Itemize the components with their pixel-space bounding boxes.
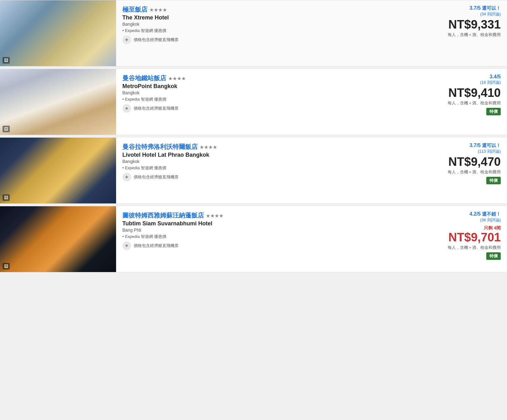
- hotel-english-name-4: Tubtim Siam Suvarnabhumi Hotel: [122, 220, 419, 227]
- price-block-4: 4.2/5還不錯！(36 則評論)只剩 4間NT$9,701每人，含機＋酒、稅金…: [419, 211, 501, 260]
- flight-info-3: ✈價格包含經濟艙直飛機票: [122, 173, 419, 181]
- rating-row-4: 4.2/5還不錯！(36 則評論): [469, 211, 501, 223]
- hotel-chinese-name-2: 曼谷地鐵站飯店: [122, 75, 166, 81]
- hotel-image-2: 🖼: [0, 69, 116, 135]
- flight-info-2: ✈價格包含經濟艙直飛機票: [122, 104, 419, 113]
- hotel-location-3: Bangkok: [122, 159, 419, 164]
- price-sub-1: 每人，含機＋酒、稅金和費用: [448, 32, 501, 38]
- rating-count-3: (113 則評論): [478, 149, 501, 154]
- image-gallery-icon[interactable]: 🖼: [3, 126, 10, 132]
- flight-icon: ✈: [122, 173, 131, 181]
- rating-score-2: 3.4/5: [489, 74, 501, 80]
- hotel-header-3: 曼谷拉特弗洛利沃特爾飯店★★★★Livotel Hotel Lat Phrao …: [122, 143, 501, 184]
- hotel-stars-3: ★★★★: [200, 144, 217, 150]
- hotel-deal-1: Expedia 智遊網 優惠價: [122, 28, 419, 34]
- price-main-4: NT$9,701: [448, 231, 501, 244]
- hotel-chinese-name-1: 極至飯店: [122, 6, 147, 13]
- hotel-image-3: 🖼: [0, 138, 116, 203]
- hotel-image-1: 🖼: [0, 0, 116, 66]
- flight-icon: ✈: [122, 241, 131, 250]
- rating-label-1: 還可以！: [482, 5, 501, 11]
- price-main-1: NT$9,331: [448, 18, 501, 31]
- hotel-deal-4: Expedia 智遊網 優惠價: [122, 234, 419, 239]
- hotel-card-2[interactable]: 🖼曼谷地鐵站飯店★★★★MetroPoint BangkokBangkokExp…: [0, 69, 507, 135]
- hotel-name-block-1: 極至飯店★★★★The Xtreme HotelBangkokExpedia 智…: [122, 5, 419, 44]
- flight-label-2: 價格包含經濟艙直飛機票: [134, 106, 179, 111]
- rating-score-3: 3.7/5: [469, 143, 481, 148]
- badge-urgent-4: 只剩 4間: [484, 225, 501, 231]
- hotel-image-4: 🖼: [0, 206, 116, 272]
- rating-score-line-2: 3.4/5: [489, 74, 501, 80]
- image-gallery-icon[interactable]: 🖼: [3, 263, 10, 270]
- hotel-stars-1: ★★★★: [149, 7, 167, 13]
- hotel-chinese-name-4: 圖彼特姆西雅姆蘇汪納蓬飯店: [122, 212, 204, 219]
- rating-score-line-3: 3.7/5還可以！: [469, 143, 501, 149]
- hotel-info-2: 曼谷地鐵站飯店★★★★MetroPoint BangkokBangkokExpe…: [116, 69, 507, 135]
- rating-count-2: (16 則評論): [480, 80, 501, 85]
- rating-row-2: 3.4/5(16 則評論): [480, 74, 501, 85]
- hotel-header-4: 圖彼特姆西雅姆蘇汪納蓬飯店★★★★Tubtim Siam Suvarnabhum…: [122, 211, 501, 260]
- hotel-name-block-3: 曼谷拉特弗洛利沃特爾飯店★★★★Livotel Hotel Lat Phrao …: [122, 143, 419, 181]
- hotel-header-2: 曼谷地鐵站飯店★★★★MetroPoint BangkokBangkokExpe…: [122, 74, 501, 115]
- price-sub-2: 每人，含機＋酒、稅金和費用: [448, 100, 501, 106]
- price-block-2: 3.4/5(16 則評論)NT$9,410每人，含機＋酒、稅金和費用特價: [419, 74, 501, 115]
- rating-count-4: (36 則評論): [480, 217, 501, 223]
- hotel-english-name-3: Livotel Hotel Lat Phrao Bangkok: [122, 152, 419, 158]
- hotel-location-4: Bang Phli: [122, 228, 419, 233]
- price-sub-4: 每人，含機＋酒、稅金和費用: [448, 245, 501, 250]
- rating-row-3: 3.7/5還可以！(113 則評論): [469, 143, 501, 154]
- hotel-stars-4: ★★★★: [206, 213, 223, 218]
- hotel-english-name-1: The Xtreme Hotel: [122, 14, 419, 21]
- rating-score-1: 3.7/5: [469, 5, 481, 11]
- rating-score-line-1: 3.7/5還可以！: [469, 5, 501, 11]
- hotel-header-1: 極至飯店★★★★The Xtreme HotelBangkokExpedia 智…: [122, 5, 501, 44]
- flight-info-4: ✈價格包含經濟艙直飛機票: [122, 241, 419, 250]
- price-block-3: 3.7/5還可以！(113 則評論)NT$9,470每人，含機＋酒、稅金和費用特…: [419, 143, 501, 184]
- hotel-deal-3: Expedia 智遊網 優惠價: [122, 165, 419, 171]
- flight-info-1: ✈價格包含經濟艙直飛機票: [122, 35, 419, 44]
- price-main-2: NT$9,410: [448, 87, 501, 100]
- hotel-stars-2: ★★★★: [168, 76, 186, 81]
- flight-label-4: 價格包含經濟艙直飛機票: [134, 243, 179, 249]
- hotel-location-2: Bangkok: [122, 90, 419, 95]
- rating-score-4: 4.2/5: [469, 211, 481, 217]
- hotel-location-1: Bangkok: [122, 22, 419, 27]
- flight-icon: ✈: [122, 104, 131, 113]
- flight-label-1: 價格包含經濟艙直飛機票: [134, 37, 179, 43]
- badge-special-2: 特價: [486, 108, 501, 115]
- hotel-info-3: 曼谷拉特弗洛利沃特爾飯店★★★★Livotel Hotel Lat Phrao …: [116, 138, 507, 203]
- hotel-info-4: 圖彼特姆西雅姆蘇汪納蓬飯店★★★★Tubtim Siam Suvarnabhum…: [116, 206, 507, 272]
- image-gallery-icon[interactable]: 🖼: [3, 194, 10, 201]
- hotel-name-block-4: 圖彼特姆西雅姆蘇汪納蓬飯店★★★★Tubtim Siam Suvarnabhum…: [122, 211, 419, 250]
- hotel-card-1[interactable]: 🖼極至飯店★★★★The Xtreme HotelBangkokExpedia …: [0, 0, 507, 66]
- hotel-card-4[interactable]: 🖼圖彼特姆西雅姆蘇汪納蓬飯店★★★★Tubtim Siam Suvarnabhu…: [0, 206, 507, 272]
- price-main-3: NT$9,470: [448, 155, 501, 169]
- rating-label-3: 還可以！: [482, 143, 501, 149]
- rating-row-1: 3.7/5還可以！(34 則評論): [469, 5, 501, 17]
- price-block-1: 3.7/5還可以！(34 則評論)NT$9,331每人，含機＋酒、稅金和費用: [419, 5, 501, 38]
- hotel-deal-2: Expedia 智遊網 優惠價: [122, 97, 419, 102]
- image-gallery-icon[interactable]: 🖼: [3, 57, 10, 64]
- rating-label-4: 還不錯！: [482, 211, 501, 217]
- flight-label-3: 價格包含經濟艙直飛機票: [134, 174, 179, 180]
- rating-count-1: (34 則評論): [480, 11, 501, 17]
- flight-icon: ✈: [122, 35, 131, 44]
- badge-special-3: 特價: [486, 177, 501, 184]
- hotel-chinese-name-3: 曼谷拉特弗洛利沃特爾飯店: [122, 143, 198, 150]
- price-sub-3: 每人，含機＋酒、稅金和費用: [448, 169, 501, 175]
- hotel-list: 🖼極至飯店★★★★The Xtreme HotelBangkokExpedia …: [0, 0, 507, 272]
- hotel-info-1: 極至飯店★★★★The Xtreme HotelBangkokExpedia 智…: [116, 0, 507, 66]
- rating-score-line-4: 4.2/5還不錯！: [469, 211, 501, 217]
- hotel-name-block-2: 曼谷地鐵站飯店★★★★MetroPoint BangkokBangkokExpe…: [122, 74, 419, 113]
- badge-special-4: 特價: [486, 252, 501, 260]
- hotel-english-name-2: MetroPoint Bangkok: [122, 83, 419, 90]
- hotel-card-3[interactable]: 🖼曼谷拉特弗洛利沃特爾飯店★★★★Livotel Hotel Lat Phrao…: [0, 138, 507, 204]
